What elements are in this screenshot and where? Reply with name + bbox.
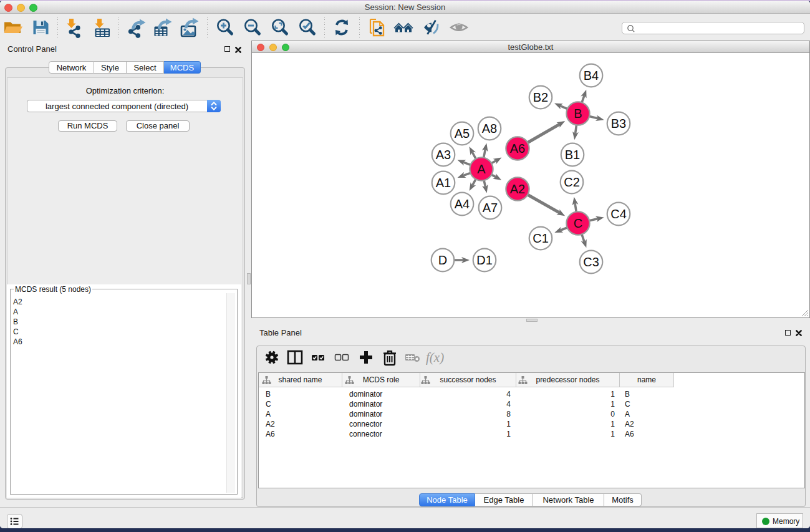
svg-text:B2: B2: [533, 90, 548, 104]
svg-text:C4: C4: [610, 207, 627, 221]
svg-text:A7: A7: [483, 201, 498, 215]
svg-text:A8: A8: [482, 122, 497, 135]
svg-text:C1: C1: [533, 231, 549, 245]
svg-text:C: C: [574, 216, 582, 230]
svg-text:C3: C3: [583, 255, 599, 269]
svg-text:A2: A2: [510, 182, 525, 196]
svg-text:B1: B1: [565, 148, 580, 162]
svg-text:D1: D1: [476, 253, 493, 267]
svg-text:D: D: [438, 253, 447, 267]
svg-text:A: A: [477, 162, 486, 176]
svg-text:B3: B3: [611, 117, 626, 130]
svg-text:A4: A4: [455, 197, 470, 211]
svg-text:A1: A1: [436, 176, 451, 190]
svg-text:B4: B4: [584, 69, 599, 82]
svg-text:A6: A6: [510, 142, 525, 155]
svg-text:C2: C2: [564, 175, 580, 189]
svg-text:A5: A5: [455, 127, 470, 140]
svg-text:B: B: [574, 107, 582, 120]
svg-text:A3: A3: [436, 148, 451, 162]
